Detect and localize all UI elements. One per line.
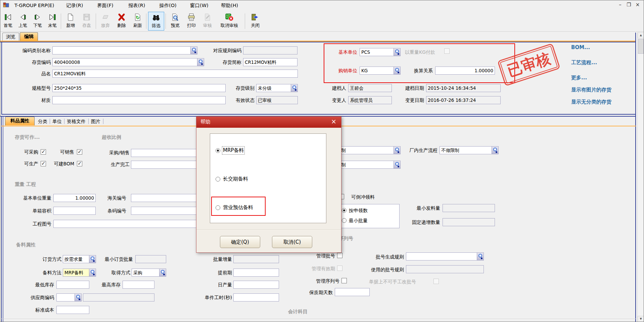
sellable-checkbox[interactable]	[77, 149, 82, 155]
purchase-sale-field[interactable]	[131, 149, 197, 157]
vertical-scrollbar[interactable]: ▲ ▼	[637, 32, 644, 322]
mrp-option-radio[interactable]	[216, 148, 220, 153]
last-record-button[interactable]: 末笔	[45, 12, 59, 31]
detail-left-border	[1, 116, 2, 322]
section-stock-prep: 备料属性	[16, 242, 36, 248]
no-manual-batch-checkbox	[433, 279, 439, 284]
base-unit-field[interactable]: PCS	[360, 48, 401, 56]
lookup-icon[interactable]	[159, 269, 166, 276]
help-dialog-close-icon[interactable]: ×	[330, 118, 338, 125]
menu-help[interactable]: 帮助(H)	[220, 2, 239, 9]
tab-qualification[interactable]: 资格文件	[67, 117, 86, 125]
item-code-field[interactable]: 400400008	[52, 58, 204, 66]
menu-app[interactable]: T-GROUP ERP(E)	[13, 2, 55, 9]
box-volume-field[interactable]	[53, 207, 96, 215]
material-field[interactable]	[52, 96, 226, 104]
level-field[interactable]: 未分级	[256, 84, 298, 92]
delete-button[interactable]: 删除	[114, 12, 129, 31]
spec-field[interactable]: 250*240*35	[52, 84, 226, 92]
filter-button[interactable]: 筛选	[148, 12, 164, 31]
first-record-button[interactable]: 首笔	[1, 12, 15, 31]
manage-batch-checkbox[interactable]	[337, 253, 342, 258]
prev-record-button[interactable]: 上笔	[16, 12, 30, 31]
long-lead-option-radio[interactable]	[216, 177, 220, 182]
item-name-field[interactable]: CR12MOV精料	[52, 70, 298, 78]
daily-output-field[interactable]	[233, 281, 279, 289]
barcode-field[interactable]	[131, 207, 197, 215]
prod-finish-field[interactable]	[131, 161, 197, 169]
sales-forecast-option-radio[interactable]	[216, 205, 220, 210]
fixed-incr-field	[443, 218, 495, 226]
link-more[interactable]: 更多...	[571, 75, 587, 81]
close-window-button[interactable]: 关闭	[247, 12, 263, 31]
max-stock-field[interactable]	[123, 281, 154, 289]
tab-unit[interactable]: 单位	[52, 117, 62, 125]
menu-action[interactable]: 操作(O)	[158, 2, 178, 9]
audit-icon	[200, 12, 215, 23]
shelf-days-field[interactable]	[335, 288, 370, 296]
lookup-icon[interactable]	[394, 48, 400, 56]
cancel-button[interactable]: 取消(C)	[272, 236, 312, 248]
unit-time-field[interactable]	[233, 293, 279, 301]
acquire-mode-field[interactable]: 采购	[132, 269, 166, 277]
lookup-icon[interactable]	[75, 294, 81, 301]
link-bom[interactable]: BOM...	[571, 44, 590, 50]
manage-serial-checkbox[interactable]	[341, 278, 347, 283]
ok-button[interactable]: 确定(Q)	[220, 236, 260, 248]
tab-image[interactable]: 图片	[91, 117, 100, 125]
min-batch-radio[interactable]	[342, 218, 347, 223]
menu-window[interactable]: 窗口(W)	[189, 2, 210, 9]
menu-ui[interactable]: 界面(F)	[96, 2, 115, 9]
mrp-option-label[interactable]: MRP备料	[223, 147, 244, 154]
fixed-incr-label: 固定递增数量	[390, 219, 440, 226]
base-weight-field[interactable]: 1.00000	[53, 194, 96, 202]
link-show-with-image[interactable]: 显示有图片的存货	[571, 87, 611, 93]
preview-button[interactable]: 预览	[168, 12, 183, 31]
conv-field[interactable]: 1.00000	[435, 67, 495, 75]
cat-name-field[interactable]	[52, 46, 197, 54]
lookup-icon[interactable]	[477, 253, 484, 260]
menu-report[interactable]: 报表(R)	[127, 2, 146, 9]
sales-forecast-option-label[interactable]: 营业预估备料	[223, 204, 253, 211]
next-record-button[interactable]: 下笔	[31, 12, 45, 31]
by-request-radio[interactable]	[342, 208, 347, 213]
link-show-unclassified[interactable]: 显示无分类的存货	[571, 99, 611, 105]
link-process-flow[interactable]: 工艺流程...	[571, 59, 597, 66]
scroll-up-icon[interactable]: ▲	[638, 32, 644, 38]
scrollbar-thumb[interactable]	[638, 39, 644, 54]
tab-edit[interactable]: 编辑	[20, 32, 38, 41]
bom-checkbox[interactable]	[77, 161, 82, 166]
min-issue-label: 最小发料量	[390, 205, 440, 211]
scroll-down-icon[interactable]: ▼	[638, 316, 644, 322]
tab-item-attr[interactable]: 料品属性	[5, 117, 35, 125]
item-abbr-field[interactable]: CR12MOV精料	[243, 58, 297, 66]
purchasable-checkbox[interactable]	[41, 149, 46, 155]
restore-button[interactable]: ❒	[625, 1, 633, 8]
drawing-no-field[interactable]	[53, 220, 197, 228]
minimize-button[interactable]: –	[616, 1, 624, 8]
supplier-code-field[interactable]	[56, 293, 82, 301]
lookup-icon[interactable]	[394, 161, 400, 168]
producible-checkbox[interactable]	[41, 161, 46, 166]
customs-code-field[interactable]	[131, 194, 197, 202]
lead-time-field[interactable]	[233, 269, 279, 277]
cancel-audit-button[interactable]: 取消审核	[216, 12, 243, 31]
refresh-button[interactable]: ↻ 刷新	[130, 12, 145, 31]
tab-category[interactable]: 分类	[38, 117, 47, 125]
std-cost-field[interactable]	[56, 306, 89, 314]
long-lead-option-label[interactable]: 长交期备料	[223, 176, 248, 182]
lookup-icon[interactable]	[492, 147, 498, 154]
eraser-icon	[98, 12, 113, 23]
factory-flow-field[interactable]: 不做限制	[440, 146, 499, 154]
batch-rule-field[interactable]	[406, 252, 484, 260]
toolbar-separator	[245, 13, 245, 29]
print-button[interactable]: 打印	[184, 12, 199, 31]
tab-browse[interactable]: 浏览	[2, 33, 19, 41]
daily-output-label: 日产量	[182, 282, 232, 288]
menu-record[interactable]: 记录(R)	[65, 2, 84, 9]
rule-code-field[interactable]	[243, 46, 297, 54]
min-issue-field	[443, 204, 495, 212]
new-button[interactable]: 新增	[63, 12, 78, 31]
close-button[interactable]: ×	[634, 1, 642, 8]
help-dialog-titlebar[interactable]: 帮助 ×	[196, 117, 341, 128]
